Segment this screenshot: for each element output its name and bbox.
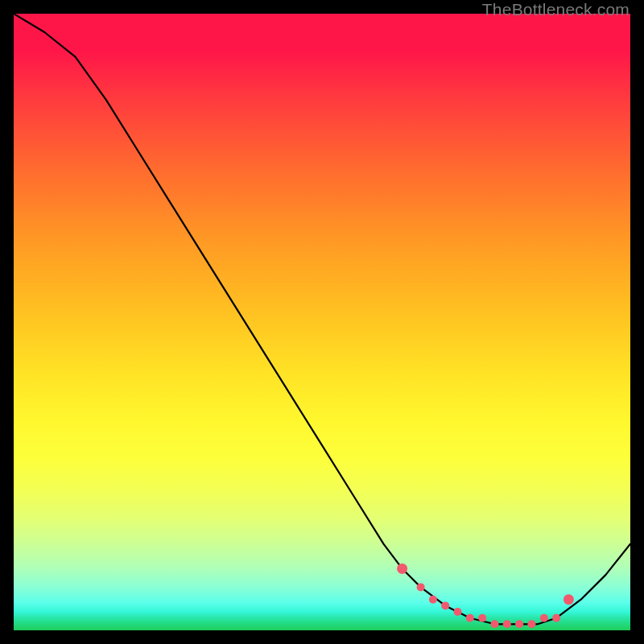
marker-dot: [429, 596, 437, 604]
marker-dot: [478, 614, 486, 622]
marker-dot: [454, 608, 462, 616]
flat-region-markers: [397, 564, 574, 628]
chart-svg: [14, 14, 630, 630]
watermark-text: TheBottleneck.com: [482, 0, 630, 19]
marker-dot: [503, 620, 511, 628]
marker-dot: [540, 614, 548, 622]
curve-line: [14, 14, 630, 624]
marker-dot: [397, 564, 407, 574]
marker-dot: [552, 614, 560, 622]
marker-dot: [564, 594, 574, 605]
marker-dot: [466, 614, 474, 622]
marker-dot: [515, 620, 523, 628]
marker-dot: [527, 620, 535, 628]
plot-area: [14, 14, 630, 630]
chart-frame: TheBottleneck.com: [0, 0, 644, 644]
marker-dot: [491, 620, 499, 628]
marker-dot: [441, 601, 449, 609]
marker-dot: [417, 583, 425, 591]
